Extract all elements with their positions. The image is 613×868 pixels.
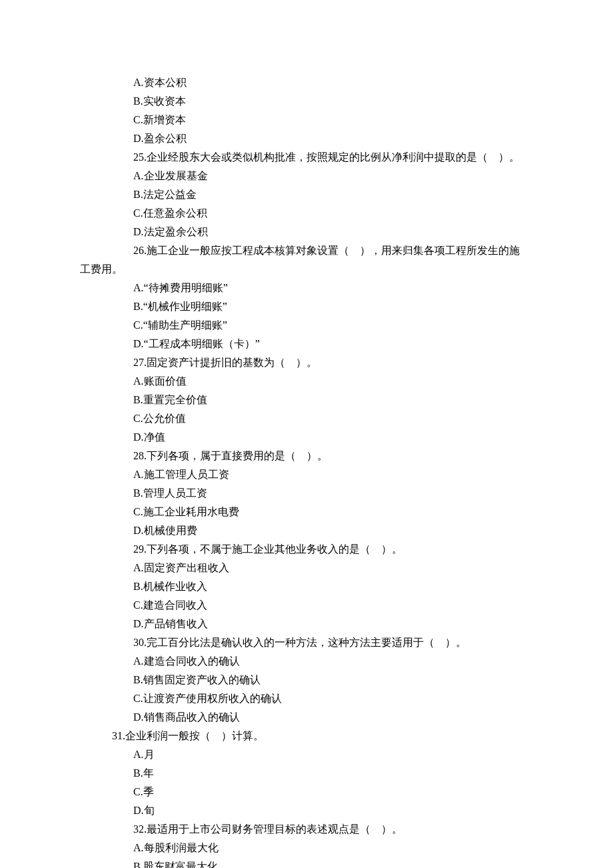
text-line: D.净值 — [80, 428, 533, 447]
text-line: A.建造合同收入的确认 — [80, 652, 533, 671]
text-line: B.机械作业收入 — [80, 577, 533, 596]
text-line: D.销售商品收入的确认 — [80, 708, 533, 727]
document-content: A.资本公积B.实收资本C.新增资本D.盈余公积25.企业经股东大会或类似机构批… — [80, 73, 533, 868]
text-line: D.法定盈余公积 — [80, 223, 533, 241]
text-line: A.账面价值 — [80, 372, 533, 391]
text-line: 工费用。 — [80, 260, 533, 279]
text-line: A.施工管理人员工资 — [80, 465, 533, 484]
text-line: 32.最适用于上市公司财务管理目标的表述观点是（ ）。 — [80, 820, 533, 839]
text-line: D.机械使用费 — [80, 521, 533, 540]
text-line: A.月 — [80, 745, 533, 764]
text-line: B.管理人员工资 — [80, 484, 533, 503]
text-line: 30.完工百分比法是确认收入的一种方法，这种方法主要适用于（ ）。 — [80, 633, 533, 652]
text-line: 26.施工企业一般应按工程成本核算对象设置（ ），用来归集各项工程所发生的施 — [80, 241, 533, 260]
text-line: C.“辅助生产明细账” — [80, 316, 533, 335]
text-line: B.年 — [80, 764, 533, 783]
text-line: 28.下列各项，属于直接费用的是（ ）。 — [80, 447, 533, 465]
text-line: B.实收资本 — [80, 92, 533, 111]
text-line: A.固定资产出租收入 — [80, 559, 533, 577]
text-line: C.让渡资产使用权所收入的确认 — [80, 689, 533, 708]
text-line: 31.企业利润一般按（ ）计算。 — [80, 727, 533, 745]
text-line: C.公允价值 — [80, 409, 533, 428]
text-line: D.盈余公积 — [80, 129, 533, 148]
text-line: B.股东财富最大化 — [80, 857, 533, 868]
text-line: 29.下列各项，不属于施工企业其他业务收入的是（ ）。 — [80, 540, 533, 559]
document-page: A.资本公积B.实收资本C.新增资本D.盈余公积25.企业经股东大会或类似机构批… — [0, 0, 613, 868]
text-line: C.任意盈余公积 — [80, 204, 533, 223]
text-line: A.资本公积 — [80, 73, 533, 92]
text-line: 27.固定资产计提折旧的基数为（ ）。 — [80, 353, 533, 372]
text-line: D.产品销售收入 — [80, 615, 533, 633]
text-line: C.季 — [80, 783, 533, 801]
text-line: A.企业发展基金 — [80, 167, 533, 185]
text-line: A.“待摊费用明细账” — [80, 279, 533, 297]
text-line: 25.企业经股东大会或类似机构批准，按照规定的比例从净利润中提取的是（ ）。 — [80, 148, 533, 167]
text-line: A.每股利润最大化 — [80, 839, 533, 857]
text-line: C.新增资本 — [80, 111, 533, 129]
text-line: B.法定公益金 — [80, 185, 533, 204]
text-line: C.建造合同收入 — [80, 596, 533, 615]
text-line: B.重置完全价值 — [80, 391, 533, 409]
text-line: B.销售固定资产收入的确认 — [80, 671, 533, 689]
text-line: B.“机械作业明细账” — [80, 297, 533, 316]
text-line: C.施工企业耗用水电费 — [80, 503, 533, 521]
text-line: D.“工程成本明细账（卡）” — [80, 335, 533, 353]
text-line: D.旬 — [80, 801, 533, 820]
